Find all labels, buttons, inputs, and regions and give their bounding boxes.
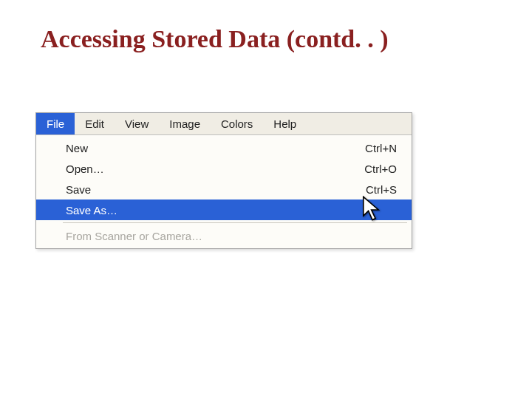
file-save-shortcut: Ctrl+S bbox=[366, 183, 401, 196]
file-open-label: Open… bbox=[66, 163, 364, 175]
file-dropdown: New Ctrl+N Open… Ctrl+O Save Ctrl+S Save… bbox=[36, 135, 412, 248]
file-scanner-camera-label: From Scanner or Camera… bbox=[66, 230, 401, 242]
menubar: File Edit View Image Colors Help bbox=[36, 113, 412, 135]
menubar-colors[interactable]: Colors bbox=[211, 113, 263, 134]
file-save-as-label: Save As… bbox=[66, 204, 401, 216]
file-save[interactable]: Save Ctrl+S bbox=[36, 179, 412, 200]
file-new[interactable]: New Ctrl+N bbox=[36, 137, 412, 158]
menubar-edit[interactable]: Edit bbox=[75, 113, 115, 134]
file-open-shortcut: Ctrl+O bbox=[364, 163, 401, 175]
menubar-view[interactable]: View bbox=[115, 113, 159, 134]
file-new-label: New bbox=[66, 142, 365, 154]
menubar-image[interactable]: Image bbox=[159, 113, 211, 134]
menu-separator bbox=[63, 222, 407, 223]
file-save-as[interactable]: Save As… bbox=[36, 200, 412, 220]
file-scanner-camera: From Scanner or Camera… bbox=[36, 225, 412, 246]
menubar-file[interactable]: File bbox=[36, 113, 75, 134]
slide-title: Accessing Stored Data (contd. . ) bbox=[41, 25, 389, 53]
menu-window: File Edit View Image Colors Help New Ctr… bbox=[35, 112, 412, 249]
file-save-label: Save bbox=[66, 183, 366, 196]
menubar-help[interactable]: Help bbox=[263, 113, 307, 134]
file-new-shortcut: Ctrl+N bbox=[365, 142, 401, 154]
file-open[interactable]: Open… Ctrl+O bbox=[36, 158, 412, 179]
